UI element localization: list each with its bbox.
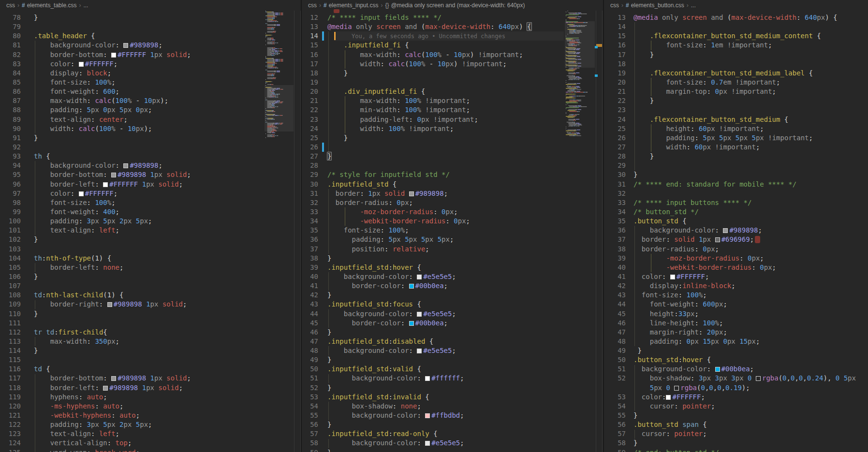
code-text[interactable]: hyphens: auto; [34, 393, 107, 402]
line-number[interactable]: 28 [302, 161, 318, 170]
line-number[interactable]: 91 [0, 133, 21, 143]
line-number[interactable]: 92 [0, 143, 21, 152]
code-line[interactable]: 14You, a few seconds ago • Uncommitted c… [302, 31, 603, 41]
code-line[interactable]: 17 width: calc(100% - 10px) !important; [302, 59, 603, 69]
line-number[interactable]: 80 [0, 31, 21, 41]
line-number[interactable]: 85 [0, 78, 21, 87]
code-text[interactable]: -webkit-border-radius: 0px; [633, 263, 776, 272]
code-line[interactable]: 94 background-color: #989898; [0, 161, 301, 170]
line-number[interactable]: 102 [0, 235, 21, 244]
code-text[interactable]: } [633, 96, 654, 105]
code-line[interactable]: 107 [0, 281, 301, 291]
line-number[interactable]: 96 [0, 180, 21, 189]
code-line[interactable]: 53 color:#FFFFFF; [604, 393, 868, 402]
line-number[interactable]: 52 [604, 374, 626, 383]
code-line[interactable]: 33 -moz-border-radius: 0px; [302, 207, 603, 217]
code-text[interactable]: .inputfield_std:focus { [327, 300, 421, 309]
code-line[interactable]: 21 margin-top: 0px !important; [604, 87, 868, 96]
code-line[interactable]: 13@media only screen and (max-device-wid… [604, 13, 868, 22]
line-number[interactable]: 117 [0, 374, 21, 383]
line-number[interactable]: 109 [0, 300, 21, 309]
code-text[interactable]: margin-right: 20px; [633, 328, 727, 337]
line-number[interactable]: 13 [604, 13, 626, 22]
line-number[interactable]: 98 [0, 198, 21, 207]
code-line[interactable]: 99 font-weight: 400; [0, 207, 301, 217]
breadcrumb-item[interactable]: {}@media only screen and (max-device-wid… [385, 2, 525, 9]
code-text[interactable]: background-color: #ffffff; [327, 374, 464, 383]
code-line[interactable]: 45 height:33px; [604, 309, 868, 319]
code-line[interactable]: 35 font-size: 100%; [302, 226, 603, 235]
line-number[interactable]: 21 [302, 96, 318, 105]
code-line[interactable]: 38} [302, 254, 603, 263]
line-number[interactable]: 42 [302, 291, 318, 300]
code-text[interactable]: font-weight: 400; [34, 207, 119, 217]
code-line[interactable]: 89 text-align: center; [0, 115, 301, 124]
breadcrumb-item[interactable]: #elements_input.css [324, 2, 378, 9]
code-area[interactable]: 12/* **** input fields **** */13@media o… [302, 13, 603, 452]
code-line[interactable]: 103 [0, 245, 301, 254]
code-text[interactable]: color: #FFFFFF; [34, 189, 118, 198]
line-number[interactable]: 20 [302, 87, 318, 96]
line-number[interactable]: 33 [302, 207, 318, 217]
code-text[interactable]: line-height: 100%; [633, 319, 723, 328]
code-text[interactable]: } [34, 13, 38, 22]
code-line[interactable]: 97 color: #FFFFFF; [0, 189, 301, 198]
code-line[interactable]: 106} [0, 272, 301, 281]
code-text[interactable]: max-width: 350px; [34, 337, 119, 346]
code-line[interactable]: 54 cursor: pointer; [604, 402, 868, 411]
code-text[interactable]: } [633, 50, 654, 59]
code-text[interactable]: padding: 5px 5px 5px 5px !important; [633, 133, 813, 143]
code-line[interactable]: 93th { [0, 152, 301, 161]
code-text[interactable]: min-width: 100% !important; [327, 105, 470, 115]
code-text[interactable]: .inputfield_std:hover { [327, 263, 421, 272]
code-text[interactable]: padding: 0px 15px 0px 15px; [633, 337, 760, 346]
code-text[interactable]: .inputfield_std:valid { [327, 365, 421, 374]
code-line[interactable]: 31 border: 1px solid #989898; [302, 189, 603, 198]
code-text[interactable]: border-left: #989898 1px solid; [34, 383, 183, 393]
code-text[interactable]: border: solid 1px #696969; [633, 235, 760, 244]
code-text[interactable]: height:33px; [633, 309, 699, 319]
line-number[interactable]: 46 [604, 319, 626, 328]
code-text[interactable]: You, a few seconds ago • Uncommitted cha… [327, 31, 505, 41]
line-number[interactable]: 49 [302, 355, 318, 365]
code-text[interactable]: .button_std span { [633, 420, 707, 429]
line-number[interactable]: 47 [604, 328, 626, 337]
line-number[interactable]: 43 [302, 300, 318, 309]
code-line[interactable]: 120 -ms-hyphens: auto; [0, 402, 301, 411]
code-text[interactable]: background-color: #ffbdbd; [327, 411, 464, 420]
code-line[interactable]: 31/* **** end: standard for mobile **** … [604, 180, 868, 189]
code-line[interactable]: 20 .div_inputfield_fi { [302, 87, 603, 96]
code-text[interactable]: background-color: #00b0ea; [633, 365, 754, 374]
line-number[interactable]: 118 [0, 383, 21, 393]
line-number[interactable]: 50 [604, 355, 626, 365]
line-number[interactable]: 24 [302, 124, 318, 133]
line-number[interactable]: 55 [604, 411, 626, 420]
code-text[interactable]: } [633, 411, 637, 420]
line-number[interactable]: 49 [604, 346, 626, 355]
code-area[interactable]: 78}7980.table_header {81 background-colo… [0, 13, 301, 452]
line-number[interactable]: 112 [0, 328, 21, 337]
code-text[interactable]: } [34, 309, 38, 319]
code-line[interactable]: 91} [0, 133, 301, 143]
code-text[interactable]: .inputfield_std { [327, 180, 397, 189]
code-line[interactable]: 18 [604, 59, 868, 69]
code-line[interactable]: 24 width: 100% !important; [302, 124, 603, 133]
code-text[interactable]: th:nth-of-type(1) { [34, 254, 111, 263]
line-number[interactable]: 30 [302, 180, 318, 189]
code-text[interactable]: border-bottom: #989898 1px solid; [34, 170, 191, 179]
code-line[interactable]: 34/* button_std */ [604, 207, 868, 217]
line-number[interactable]: 58 [604, 438, 626, 448]
line-number[interactable]: 56 [302, 420, 318, 429]
line-number[interactable]: 18 [302, 69, 318, 78]
line-number[interactable]: 53 [604, 393, 626, 402]
code-text[interactable]: margin-top: 0px !important; [633, 87, 776, 96]
line-number[interactable]: 86 [0, 87, 21, 96]
line-number[interactable]: 54 [302, 402, 318, 411]
line-number[interactable]: 44 [302, 309, 318, 319]
code-line[interactable]: 38 border-radius: 0px; [604, 245, 868, 254]
line-number[interactable]: 95 [0, 170, 21, 179]
code-text[interactable]: } [34, 235, 38, 244]
code-line[interactable]: 34 -webkit-border-radius: 0px; [302, 217, 603, 226]
line-number[interactable]: 114 [0, 346, 21, 355]
code-text[interactable]: font-size: 1em !important; [633, 41, 772, 50]
